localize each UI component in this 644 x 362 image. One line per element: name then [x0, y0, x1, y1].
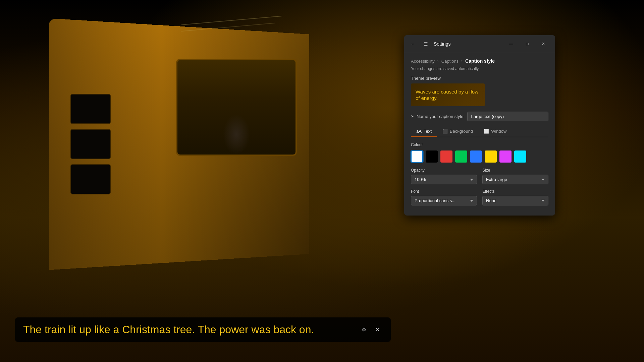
- breadcrumb-accessibility[interactable]: Accessibility: [411, 59, 435, 64]
- caption-controls: ⚙ ✕: [359, 324, 383, 335]
- window-title: Settings: [434, 41, 451, 47]
- font-group: Font Proportional sans s... Monospaced s…: [411, 189, 477, 205]
- breadcrumb: Accessibility › Captions › Caption style: [411, 58, 548, 64]
- swatch-magenta[interactable]: [499, 150, 512, 163]
- opacity-size-row: Opacity 100% 75% 50% 25% Size Extra larg…: [411, 168, 548, 184]
- title-bar: ← ☰ Settings — □ ✕: [404, 35, 555, 53]
- text-icon: aA: [416, 129, 422, 134]
- theme-preview-box: Waves are caused by a flow of energy.: [411, 83, 485, 106]
- close-icon: ✕: [375, 326, 380, 333]
- background-icon: ⬛: [442, 129, 448, 134]
- maximize-button[interactable]: □: [520, 39, 535, 49]
- size-group: Size Extra large Large Medium Small: [482, 168, 548, 184]
- font-label: Font: [411, 189, 477, 194]
- name-caption-label: ✂ Name your caption style: [411, 114, 463, 119]
- minimize-button[interactable]: —: [503, 39, 519, 49]
- window-reflection-lines: [181, 20, 295, 21]
- settings-panel: ← ☰ Settings — □ ✕ Accessibility › Capti…: [404, 35, 555, 216]
- swatch-black[interactable]: [426, 150, 438, 163]
- train-window-2: [70, 129, 111, 159]
- colour-swatches: [411, 150, 548, 163]
- swatch-green[interactable]: [455, 150, 467, 163]
- tab-background[interactable]: ⬛ Background: [437, 126, 478, 137]
- swatch-red[interactable]: [440, 150, 452, 163]
- effects-label: Effects: [482, 189, 548, 194]
- effects-group: Effects None Raised Depressed Uniform Dr…: [482, 189, 548, 205]
- window-icon: ⬜: [484, 129, 489, 134]
- effects-select[interactable]: None Raised Depressed Uniform Drop shado…: [482, 196, 548, 205]
- breadcrumb-sep-2: ›: [461, 59, 463, 63]
- colour-label: Colour: [411, 142, 548, 147]
- scissors-icon: ✂: [411, 114, 415, 119]
- hamburger-button[interactable]: ☰: [421, 39, 430, 49]
- close-button[interactable]: ✕: [536, 39, 551, 49]
- title-bar-controls: — □ ✕: [503, 39, 551, 49]
- train-window-3: [70, 164, 111, 194]
- train-window-center: [176, 59, 297, 156]
- caption-settings-button[interactable]: ⚙: [359, 324, 369, 335]
- font-select[interactable]: Proportional sans s... Monospaced serif …: [411, 196, 477, 205]
- caption-bar: The train lit up like a Christmas tree. …: [15, 317, 391, 342]
- name-caption-style-row: ✂ Name your caption style: [411, 112, 548, 121]
- breadcrumb-caption-style: Caption style: [465, 58, 495, 64]
- tab-text[interactable]: aA Text: [411, 126, 437, 137]
- swatch-cyan[interactable]: [514, 150, 526, 163]
- panel-content: Accessibility › Captions › Caption style…: [404, 53, 555, 216]
- tab-bar: aA Text ⬛ Background ⬜ Window: [411, 126, 548, 137]
- opacity-select[interactable]: 100% 75% 50% 25%: [411, 175, 477, 184]
- swatch-yellow[interactable]: [485, 150, 497, 163]
- train-window-1: [70, 94, 111, 124]
- breadcrumb-sep-1: ›: [437, 59, 439, 63]
- font-effects-row: Font Proportional sans s... Monospaced s…: [411, 189, 548, 205]
- caption-text: The train lit up like a Christmas tree. …: [23, 323, 353, 336]
- opacity-group: Opacity 100% 75% 50% 25%: [411, 168, 477, 184]
- caption-style-name-input[interactable]: [467, 112, 548, 121]
- breadcrumb-captions[interactable]: Captions: [441, 59, 459, 64]
- caption-close-button[interactable]: ✕: [372, 324, 383, 335]
- gear-icon: ⚙: [362, 326, 366, 333]
- opacity-label: Opacity: [411, 168, 477, 173]
- theme-preview-label: Theme preview: [411, 76, 548, 81]
- swatch-blue[interactable]: [470, 150, 482, 163]
- theme-preview-text: Waves are caused by a flow of energy.: [416, 88, 478, 102]
- size-select[interactable]: Extra large Large Medium Small: [482, 175, 548, 184]
- size-label: Size: [482, 168, 548, 173]
- train-windows-left: [70, 94, 111, 194]
- title-bar-left: ← ☰ Settings: [408, 39, 451, 49]
- back-button[interactable]: ←: [408, 39, 418, 49]
- swatch-white[interactable]: [411, 150, 423, 163]
- auto-save-message: Your changes are saved automatically.: [411, 66, 548, 71]
- tab-window[interactable]: ⬜ Window: [478, 126, 512, 137]
